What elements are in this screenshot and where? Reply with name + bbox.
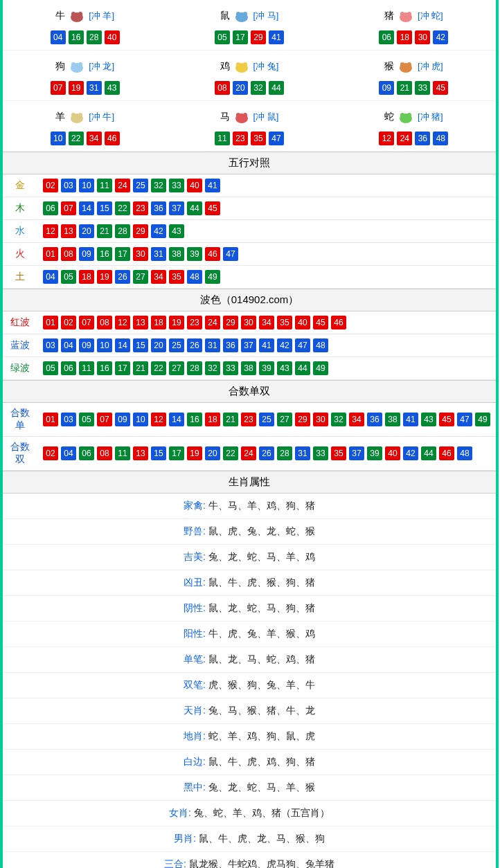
attribute-row: 阳性: 牛、虎、兔、羊、猴、鸡 — [3, 622, 496, 647]
zodiac-name: 鼠 — [220, 10, 230, 22]
lottery-ball: 44 — [269, 81, 284, 95]
lottery-ball: 48 — [457, 446, 472, 460]
lottery-ball: 16 — [187, 413, 202, 426]
lottery-ball: 04 — [61, 338, 76, 352]
heshu-table: 合数单0103050709101214161821232527293032343… — [3, 403, 496, 471]
lottery-ball: 06 — [61, 361, 76, 375]
lottery-ball: 07 — [97, 413, 112, 426]
lottery-ball: 12 — [379, 132, 394, 145]
svg-point-17 — [407, 62, 411, 66]
row-balls: 0108091617303138394647 — [37, 243, 496, 266]
lottery-ball: 44 — [295, 361, 310, 375]
row-label: 金 — [3, 174, 37, 197]
attribute-row: 吉美: 兔、龙、蛇、马、羊、鸡 — [3, 545, 496, 570]
lottery-ball: 11 — [115, 446, 130, 460]
zodiac-icon — [231, 109, 252, 125]
lottery-ball: 07 — [61, 201, 76, 215]
row-balls: 0204060811131517192022242628313335373940… — [37, 437, 496, 471]
lottery-ball: 15 — [151, 446, 166, 460]
lottery-ball: 28 — [187, 361, 202, 375]
lottery-ball: 49 — [475, 413, 490, 426]
svg-point-4 — [236, 12, 240, 16]
table-row: 红波0102070812131819232429303435404546 — [3, 311, 496, 334]
lottery-ball: 35 — [169, 270, 184, 284]
lottery-ball: 17 — [169, 446, 184, 460]
lottery-ball: 40 — [187, 179, 202, 192]
zodiac-conflict: [冲 羊] — [89, 10, 114, 22]
row-label: 蓝波 — [3, 334, 37, 357]
lottery-ball: 30 — [241, 316, 256, 329]
lottery-ball: 34 — [151, 270, 166, 284]
lottery-ball: 47 — [223, 247, 238, 261]
lottery-ball: 45 — [313, 316, 328, 329]
lottery-ball: 05 — [215, 30, 230, 44]
lottery-ball: 13 — [133, 446, 148, 460]
svg-point-8 — [407, 12, 411, 16]
lottery-ball: 07 — [79, 316, 94, 329]
attribute-label: 阴性: — [184, 602, 208, 613]
lottery-ball: 43 — [169, 224, 184, 238]
row-label: 土 — [3, 266, 37, 289]
lottery-ball: 42 — [433, 30, 448, 44]
zodiac-balls: 10223446 — [3, 132, 167, 145]
lottery-ball: 08 — [97, 316, 112, 329]
row-label: 合数双 — [3, 437, 37, 471]
lottery-ball: 21 — [133, 361, 148, 375]
lottery-ball: 39 — [259, 361, 274, 375]
lottery-ball: 33 — [169, 179, 184, 192]
zodiac-cell: 蛇[冲 猪]12243648 — [332, 101, 496, 152]
lottery-ball: 41 — [269, 30, 284, 44]
lottery-ball: 45 — [439, 413, 454, 426]
lottery-ball: 18 — [205, 413, 220, 426]
zodiac-balls: 04162840 — [3, 30, 167, 44]
lottery-ball: 08 — [97, 446, 112, 460]
svg-point-19 — [71, 113, 75, 117]
row-balls: 06071415222336374445 — [37, 197, 496, 220]
lottery-ball: 26 — [115, 270, 130, 284]
attribute-value: 牛、虎、兔、羊、猴、鸡 — [208, 628, 315, 639]
lottery-ball: 48 — [187, 270, 202, 284]
lottery-ball: 32 — [251, 81, 266, 95]
table-row: 金02031011242532334041 — [3, 174, 496, 197]
lottery-ball: 19 — [169, 316, 184, 329]
lottery-ball: 24 — [115, 179, 130, 192]
zodiac-name: 牛 — [55, 10, 65, 22]
zodiac-conflict: [冲 虎] — [418, 60, 443, 73]
attribute-value: 兔、龙、蛇、马、羊、鸡 — [208, 551, 315, 562]
lottery-ball: 15 — [133, 338, 148, 352]
lottery-ball: 10 — [97, 338, 112, 352]
lottery-ball: 28 — [115, 224, 130, 238]
zodiac-conflict: [冲 牛] — [89, 111, 114, 123]
lottery-ball: 20 — [151, 338, 166, 352]
attribute-row: 男肖: 鼠、牛、虎、龙、马、猴、狗 — [3, 826, 496, 852]
lottery-ball: 19 — [97, 270, 112, 284]
lottery-ball: 06 — [79, 446, 94, 460]
lottery-ball: 36 — [415, 132, 430, 145]
zodiac-cell: 猴[冲 虎]09213345 — [332, 51, 496, 101]
svg-point-2 — [78, 12, 82, 16]
svg-point-22 — [236, 113, 240, 117]
lottery-ball: 13 — [61, 224, 76, 238]
zodiac-icon — [395, 58, 416, 75]
lottery-ball: 02 — [43, 179, 58, 192]
row-label: 火 — [3, 243, 37, 266]
lottery-ball: 46 — [105, 132, 120, 145]
lottery-ball: 18 — [79, 270, 94, 284]
lottery-ball: 14 — [169, 413, 184, 426]
lottery-ball: 02 — [61, 316, 76, 329]
row-label: 合数单 — [3, 403, 37, 437]
lottery-ball: 12 — [43, 224, 58, 238]
attribute-value: 兔、龙、蛇、马、羊、猴 — [208, 781, 315, 793]
attribute-label: 地肖: — [184, 730, 208, 741]
lottery-ball: 23 — [241, 413, 256, 426]
lottery-ball: 48 — [433, 132, 448, 145]
lottery-ball: 11 — [215, 132, 230, 145]
lottery-ball: 09 — [115, 413, 130, 426]
attribute-label: 阳性: — [184, 628, 208, 639]
lottery-ball: 27 — [133, 270, 148, 284]
attribute-row: 黑中: 兔、龙、蛇、马、羊、猴 — [3, 775, 496, 801]
lottery-ball: 20 — [205, 446, 220, 460]
lottery-ball: 40 — [295, 316, 310, 329]
lottery-ball: 35 — [331, 446, 346, 460]
lottery-ball: 31 — [151, 247, 166, 261]
